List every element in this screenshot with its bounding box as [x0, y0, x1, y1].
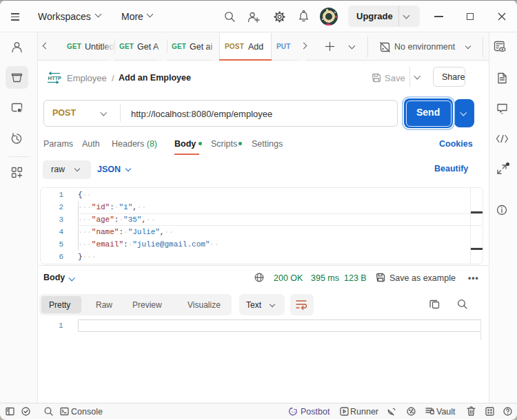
- svg-text:HTTP: HTTP: [48, 75, 62, 81]
